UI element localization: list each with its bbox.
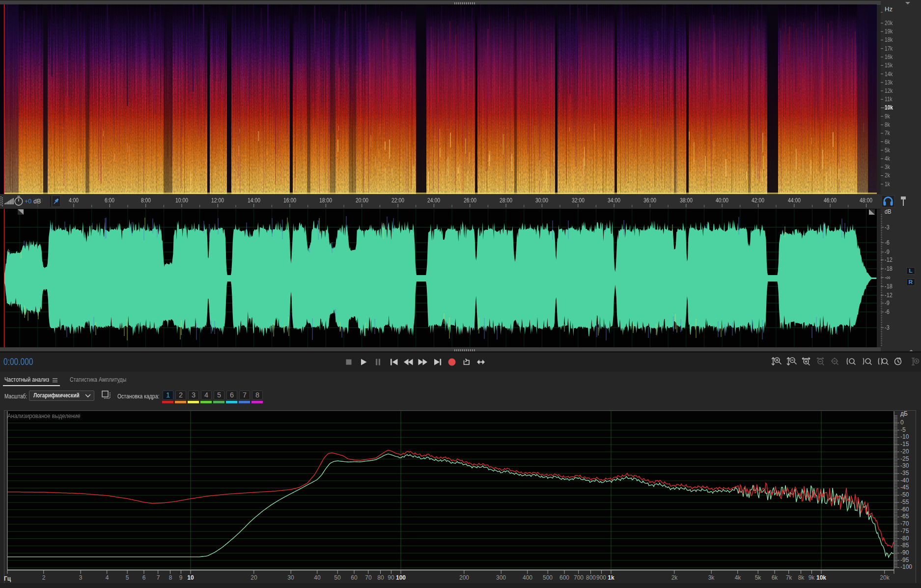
svg-text:dB: dB	[33, 197, 41, 205]
svg-text:+0: +0	[25, 197, 31, 205]
